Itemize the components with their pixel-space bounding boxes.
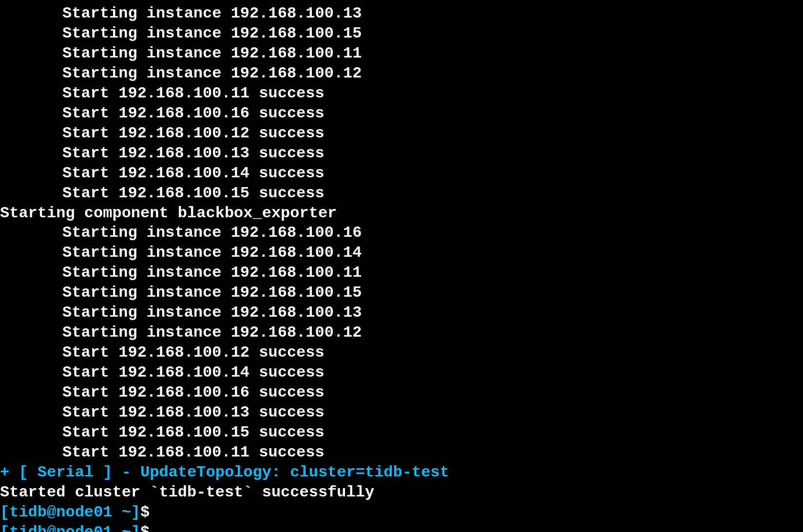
terminal-line: Starting component blackbox_exporter [0,204,803,224]
terminal-line: Starting instance 192.168.100.11 [0,263,803,283]
terminal-line: Starting instance 192.168.100.12 [0,64,803,84]
terminal-line: Started cluster `tidb-test` successfully [0,483,803,503]
terminal-line: [tidb@node01 ~]$ [0,503,803,523]
terminal-line: + [ Serial ] - UpdateTopology: cluster=t… [0,463,803,483]
terminal-line: Starting instance 192.168.100.13 [0,4,803,24]
terminal-line: Start 192.168.100.13 success [0,403,803,423]
terminal-line: Start 192.168.100.11 success [0,84,803,104]
terminal-window: Starting instance 192.168.100.13Starting… [0,0,803,532]
terminal-line: Starting instance 192.168.100.12 [0,323,803,343]
terminal-line: Starting instance 192.168.100.16 [0,223,803,243]
terminal-line: Starting instance 192.168.100.15 [0,24,803,44]
terminal-line: [tidb@node01 ~]$ [0,523,803,532]
terminal-line: Start 192.168.100.14 success [0,363,803,383]
terminal-line: Start 192.168.100.12 success [0,343,803,363]
terminal-line: Start 192.168.100.13 success [0,144,803,164]
terminal-line: Start 192.168.100.15 success [0,423,803,443]
terminal-line: Start 192.168.100.16 success [0,104,803,124]
terminal-output: Starting instance 192.168.100.13Starting… [0,4,803,532]
terminal-line: Starting instance 192.168.100.14 [0,243,803,263]
terminal-line: Starting instance 192.168.100.11 [0,44,803,64]
terminal-line: Start 192.168.100.14 success [0,164,803,184]
terminal-line: Start 192.168.100.16 success [0,383,803,403]
terminal-line: Start 192.168.100.12 success [0,124,803,144]
terminal-line: Start 192.168.100.15 success [0,184,803,204]
terminal-line: Starting instance 192.168.100.15 [0,283,803,303]
terminal-line: Start 192.168.100.11 success [0,443,803,463]
terminal-line: Starting instance 192.168.100.13 [0,303,803,323]
